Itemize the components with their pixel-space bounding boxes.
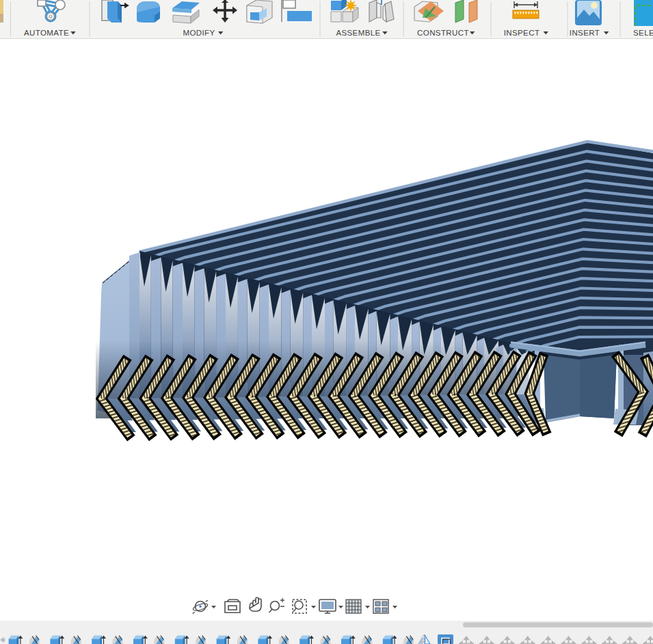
svg-text:AUTOMATE: AUTOMATE	[24, 29, 69, 37]
svg-text:MODIFY: MODIFY	[183, 29, 215, 37]
svg-text:CONSTRUCT: CONSTRUCT	[417, 29, 469, 37]
svg-text:INSPECT: INSPECT	[504, 29, 540, 37]
svg-text:ASSEMBLE: ASSEMBLE	[336, 29, 380, 37]
svg-text:SELEC: SELEC	[633, 29, 653, 37]
svg-text:INSERT: INSERT	[570, 29, 600, 37]
